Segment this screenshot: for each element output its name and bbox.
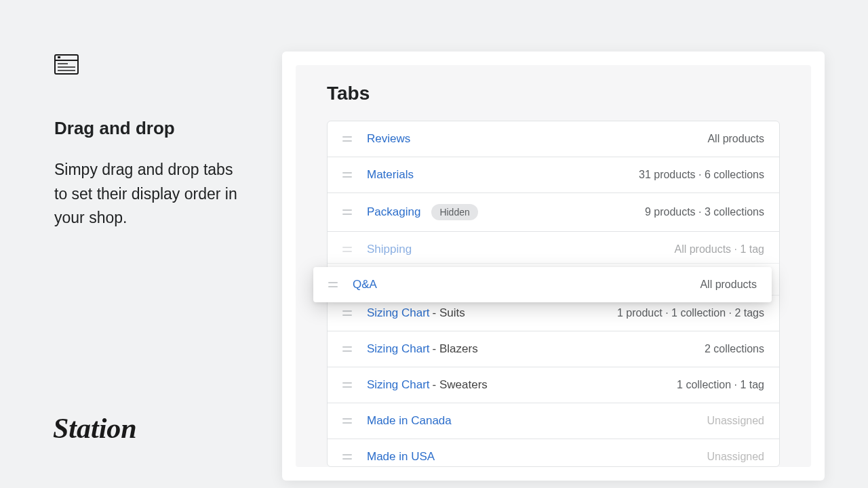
drag-handle-icon[interactable]: [342, 172, 352, 178]
svg-rect-2: [58, 56, 60, 58]
tab-name-link[interactable]: Packaging: [367, 205, 420, 219]
tab-meta: 9 products · 3 collections: [645, 206, 764, 218]
drag-handle-icon[interactable]: [342, 346, 352, 352]
brand-logo: Station: [53, 412, 137, 445]
tab-name-link[interactable]: Shipping: [367, 243, 412, 256]
tab-row[interactable]: Made in USA Unassigned: [328, 439, 779, 466]
tab-row[interactable]: Packaging Hidden 9 products · 3 collecti…: [328, 193, 779, 232]
tab-meta: 1 collection · 1 tag: [677, 379, 764, 391]
tab-name-link[interactable]: Sizing Chart: [367, 306, 430, 320]
drag-handle-icon[interactable]: [342, 454, 352, 460]
tab-meta: All products · 1 tag: [674, 243, 764, 256]
tab-row[interactable]: Shipping All products · 1 tag: [328, 232, 779, 264]
tab-meta: All products: [707, 133, 764, 145]
feature-description: Simpy drag and drop tabs to set their di…: [54, 158, 244, 230]
tabs-panel: Tabs Reviews All products Materials 31 p…: [282, 52, 825, 481]
tab-meta: 2 collections: [705, 343, 764, 355]
drag-handle-icon[interactable]: [342, 209, 352, 215]
feature-heading: Drag and drop: [54, 118, 244, 139]
document-icon: [54, 54, 79, 75]
tab-name-link[interactable]: Q&A: [353, 278, 377, 291]
tab-row[interactable]: Sizing Chart - Blazers 2 collections: [328, 331, 779, 367]
tab-row[interactable]: Materials 31 products · 6 collections: [328, 157, 779, 193]
hidden-badge: Hidden: [431, 204, 477, 220]
drag-handle-icon[interactable]: [342, 247, 352, 252]
tab-name-link[interactable]: Sizing Chart: [367, 342, 430, 356]
tab-name-link[interactable]: Made in USA: [367, 450, 435, 464]
tab-name-link[interactable]: Made in Canada: [367, 414, 452, 428]
tab-name-link[interactable]: Materials: [367, 168, 414, 182]
tab-name-link[interactable]: Sizing Chart: [367, 378, 430, 392]
drag-handle-icon[interactable]: [342, 136, 352, 142]
dragging-tab-row[interactable]: Q&A All products: [313, 267, 772, 302]
tab-name-link[interactable]: Reviews: [367, 132, 410, 146]
drag-handle-icon[interactable]: [328, 282, 338, 287]
tab-meta: 1 product · 1 collection · 2 tags: [617, 307, 764, 319]
tab-row[interactable]: Sizing Chart - Sweaters 1 collection · 1…: [328, 367, 779, 403]
tab-meta: Unassigned: [707, 451, 765, 463]
drag-handle-icon[interactable]: [342, 418, 352, 424]
tab-meta: 31 products · 6 collections: [639, 169, 764, 181]
drag-handle-icon[interactable]: [342, 310, 352, 316]
panel-title: Tabs: [296, 83, 811, 121]
tab-suffix: - Sweaters: [433, 378, 488, 392]
tab-row[interactable]: Made in Canada Unassigned: [328, 403, 779, 439]
drag-handle-icon[interactable]: [342, 382, 352, 388]
tab-meta: All products: [700, 279, 757, 291]
tab-suffix: - Blazers: [433, 342, 478, 356]
tab-meta: Unassigned: [707, 415, 765, 427]
tab-suffix: - Suits: [433, 306, 465, 320]
tab-row[interactable]: Reviews All products: [328, 121, 779, 157]
